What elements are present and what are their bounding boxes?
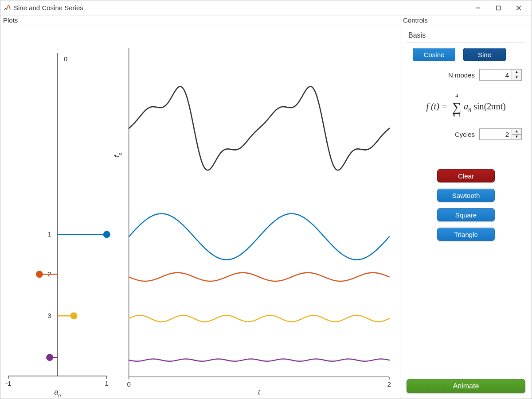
divider xyxy=(407,42,525,43)
plots-svg: -11ann12302tfn xyxy=(0,26,400,399)
sawtooth-button[interactable]: Sawtooth xyxy=(437,189,495,202)
window-maximize-button[interactable] xyxy=(488,0,509,15)
basis-label: Basis xyxy=(408,31,525,39)
cycles-row: Cycles ▲ ▼ xyxy=(407,128,525,140)
svg-text:fn: fn xyxy=(113,152,123,157)
minimize-icon xyxy=(475,5,481,11)
plots-panel: Plots -11ann12302tfn xyxy=(0,15,400,399)
controls-inner: Basis Cosine Sine N modes ▲ ▼ xyxy=(400,26,532,399)
window-minimize-button[interactable] xyxy=(468,0,488,15)
svg-point-20 xyxy=(70,312,77,319)
nmodes-input[interactable] xyxy=(480,70,512,80)
close-icon xyxy=(516,5,521,11)
app-body: Plots -11ann12302tfn Controls Basis Cosi… xyxy=(0,15,532,399)
nmodes-step-up[interactable]: ▲ xyxy=(512,70,521,75)
svg-text:0: 0 xyxy=(127,380,131,388)
clear-button[interactable]: Clear xyxy=(437,169,495,182)
svg-point-16 xyxy=(103,231,110,238)
svg-text:3: 3 xyxy=(48,312,51,319)
app-window: Sine and Cosine Series Plots -11ann12302… xyxy=(0,0,532,399)
controls-panel-title: Controls xyxy=(400,15,532,26)
maximize-icon xyxy=(496,5,501,11)
animate-button[interactable]: Animate xyxy=(407,379,525,393)
svg-text:2: 2 xyxy=(387,380,391,388)
svg-point-22 xyxy=(46,354,53,361)
cycles-step-down[interactable]: ▼ xyxy=(512,135,521,140)
square-button[interactable]: Square xyxy=(437,208,495,221)
formula-display: f (t) = 4 ∑ n=1 an sin(2πnt) xyxy=(407,98,525,113)
nmodes-spinner[interactable]: ▲ ▼ xyxy=(479,69,522,81)
controls-panel: Controls Basis Cosine Sine N modes xyxy=(400,15,532,399)
nmodes-label: N modes xyxy=(448,71,475,79)
nmodes-row: N modes ▲ ▼ xyxy=(407,69,525,81)
sine-toggle[interactable]: Sine xyxy=(463,48,506,61)
cycles-label: Cycles xyxy=(455,131,475,138)
nmodes-step-down[interactable]: ▼ xyxy=(512,75,521,81)
svg-text:-1: -1 xyxy=(5,380,11,387)
svg-text:1: 1 xyxy=(105,380,109,387)
svg-text:t: t xyxy=(258,388,260,396)
cosine-toggle[interactable]: Cosine xyxy=(413,48,455,61)
window-close-button[interactable] xyxy=(509,0,529,15)
svg-rect-1 xyxy=(497,6,501,10)
cycles-input[interactable] xyxy=(480,129,512,139)
svg-text:n: n xyxy=(64,55,68,62)
preset-buttons: Clear Sawtooth Square Triangle xyxy=(407,169,525,241)
triangle-button[interactable]: Triangle xyxy=(437,228,495,241)
matlab-logo-icon xyxy=(3,4,11,12)
cycles-step-up[interactable]: ▲ xyxy=(512,129,521,135)
svg-text:1: 1 xyxy=(48,230,51,238)
plots-area: -11ann12302tfn xyxy=(0,26,400,399)
plots-panel-title: Plots xyxy=(0,15,400,26)
svg-text:an: an xyxy=(54,388,61,398)
cycles-spinner[interactable]: ▲ ▼ xyxy=(479,128,522,140)
app-title: Sine and Cosine Series xyxy=(14,4,468,12)
svg-point-18 xyxy=(36,271,43,278)
titlebar: Sine and Cosine Series xyxy=(0,0,532,15)
